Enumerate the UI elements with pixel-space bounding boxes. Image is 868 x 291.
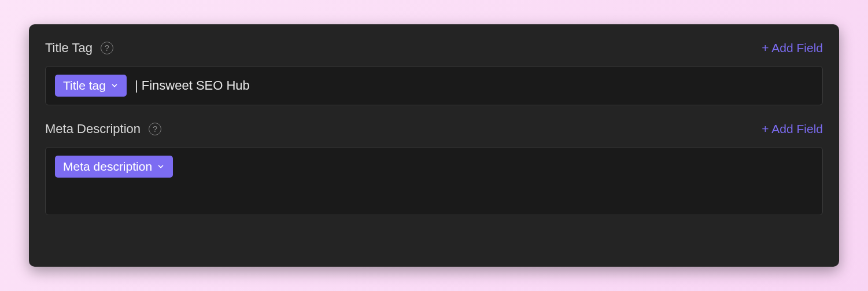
title-tag-section: Title Tag ? + Add Field Title tag | Fins… <box>45 40 823 105</box>
chevron-down-icon <box>157 163 165 171</box>
meta-description-title-group: Meta Description ? <box>45 121 161 137</box>
title-tag-label: Title Tag <box>45 40 93 56</box>
title-tag-value: | Finsweet SEO Hub <box>135 78 250 93</box>
add-field-button[interactable]: + Add Field <box>762 122 823 136</box>
meta-description-input[interactable]: Meta description <box>45 147 823 215</box>
meta-description-chip-label: Meta description <box>63 160 152 174</box>
meta-description-header: Meta Description ? + Add Field <box>45 121 823 137</box>
title-tag-header: Title Tag ? + Add Field <box>45 40 823 56</box>
title-tag-input[interactable]: Title tag | Finsweet SEO Hub <box>45 66 823 105</box>
meta-description-label: Meta Description <box>45 121 141 137</box>
title-tag-title-group: Title Tag ? <box>45 40 113 56</box>
chevron-down-icon <box>110 82 119 90</box>
seo-settings-panel: Title Tag ? + Add Field Title tag | Fins… <box>29 24 839 267</box>
title-tag-chip[interactable]: Title tag <box>55 75 127 97</box>
meta-description-chip[interactable]: Meta description <box>55 156 173 178</box>
meta-description-section: Meta Description ? + Add Field Meta desc… <box>45 121 823 215</box>
add-field-button[interactable]: + Add Field <box>762 41 823 55</box>
help-icon[interactable]: ? <box>101 42 113 54</box>
title-tag-chip-label: Title tag <box>63 79 106 93</box>
help-icon[interactable]: ? <box>149 123 161 135</box>
